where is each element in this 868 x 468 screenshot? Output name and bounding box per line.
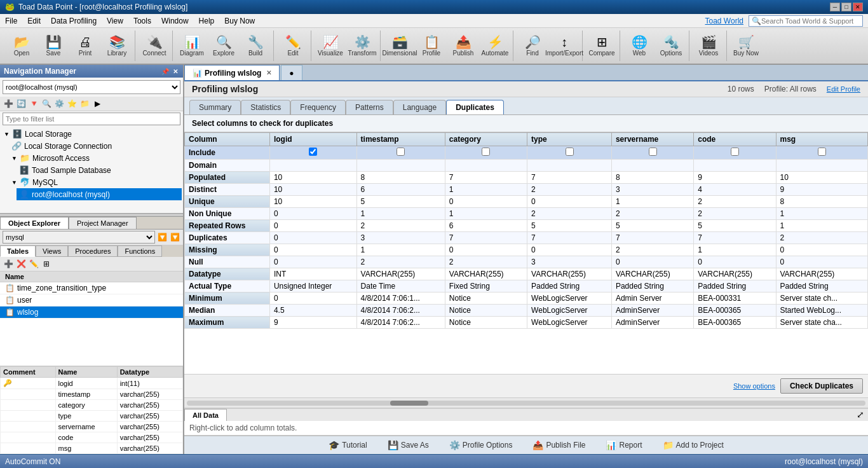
dimensional-button[interactable]: 🗃️ Dimensional [384,31,415,61]
include-category-checkbox[interactable] [482,148,490,156]
obj-grid-button[interactable]: ⊞ [41,258,52,270]
menu-tools[interactable]: Tools [128,15,156,27]
tab-second[interactable]: ● [281,65,302,80]
toad-world-link[interactable]: Toad World [705,17,743,25]
save-as-button[interactable]: 💾 Save As [384,439,433,451]
menu-file[interactable]: File [0,15,22,27]
edit-profile-link[interactable]: Edit Profile [827,85,860,93]
nav-refresh-button[interactable]: 🔄 [15,98,27,109]
all-data-tab[interactable]: All Data [184,409,227,421]
nav-folder-button[interactable]: 📁 [79,98,90,109]
tab-tables[interactable]: Tables [0,245,36,257]
tab-project-manager[interactable]: Project Manager [69,217,137,229]
menu-buy-now[interactable]: Buy Now [219,15,260,27]
library-button[interactable]: 📚 Library [102,31,132,61]
nav-add-button[interactable]: ➕ [3,98,14,109]
open-button[interactable]: 📂 Open [6,31,37,61]
obj-edit-button[interactable]: ✏️ [28,258,39,270]
tab-language[interactable]: Language [393,100,446,114]
menu-view[interactable]: View [102,15,128,27]
tab-frequency[interactable]: Frequency [290,100,346,114]
expand-icon[interactable]: ⤢ [857,410,864,420]
db-filter-button[interactable]: 🔽 [156,231,168,243]
data-grid-container[interactable]: Column logid timestamp category type ser… [184,132,868,374]
database-select[interactable]: mysql [3,231,155,244]
include-timestamp-checkbox[interactable] [397,148,405,156]
web-button[interactable]: 🌐 Web [624,31,654,61]
automate-button[interactable]: ⚡ Automate [480,31,510,61]
visualize-button[interactable]: 📈 Visualize [315,31,346,61]
profile-options-button[interactable]: ⚙️ Profile Options [445,439,517,451]
menu-window[interactable]: Window [156,15,194,27]
db-filter2-button[interactable]: 🔽 [169,231,180,243]
publish-button[interactable]: 📤 Publish [448,31,478,61]
search-input[interactable] [761,17,860,25]
scroll-bar[interactable] [187,401,865,406]
include-type-checkbox[interactable] [566,148,574,156]
tab-profiling-close[interactable]: ✕ [266,69,271,76]
close-button[interactable]: ✕ [853,3,863,11]
tab-profiling-wlslog[interactable]: 📊 Profiling wlslog ✕ [184,65,280,80]
nav-star-button[interactable]: ⭐ [66,98,78,109]
tree-local-storage-connection[interactable]: 🔗 Local Storage Connection [9,140,182,152]
explore-button[interactable]: 🔍 Explore [208,31,239,61]
options-button[interactable]: 🔩 Options [656,31,686,61]
obj-time-zone[interactable]: 📋 time_zone_transition_type [0,282,183,294]
menu-edit[interactable]: Edit [22,15,46,27]
find-button[interactable]: 🔎 Find [517,31,548,61]
nav-pin-button[interactable]: 📌 [160,68,170,75]
scroll-thumb[interactable] [390,401,428,406]
obj-wlslog[interactable]: 📋 wlslog [0,306,183,319]
tab-functions[interactable]: Functions [118,245,162,257]
check-duplicates-button[interactable]: Check Duplicates [780,378,863,394]
tree-toad-sample-db[interactable]: 🗄️ Toad Sample Database [17,164,182,176]
import-export-button[interactable]: ↕️ Import/Export [549,31,580,61]
print-button[interactable]: 🖨 Print [70,31,100,61]
publish-file-button[interactable]: 📤 Publish File [529,439,589,451]
report-button[interactable]: 📊 Report [602,439,646,451]
obj-user[interactable]: 📋 user [0,294,183,306]
bottom-scrollbar[interactable] [184,397,868,408]
menu-help[interactable]: Help [194,15,220,27]
include-logid-checkbox[interactable] [309,148,317,156]
connect-button[interactable]: 🔌 Connect [139,31,170,61]
maximize-button[interactable]: □ [841,3,851,11]
include-code-checkbox[interactable] [731,148,739,156]
nav-close-button[interactable]: ✕ [172,68,179,75]
edit-toolbar-button[interactable]: ✏️ Edit [278,31,308,61]
tutorial-button[interactable]: 🎓 Tutorial [325,439,371,451]
tab-views[interactable]: Views [36,245,68,257]
include-msg-checkbox[interactable] [818,148,826,156]
tab-statistics[interactable]: Statistics [241,100,290,114]
obj-del-button[interactable]: ❌ [15,258,27,270]
obj-add-button[interactable]: ➕ [3,258,14,270]
diagram-button[interactable]: 📊 Diagram [177,31,207,61]
tree-local-storage[interactable]: ▼ 🗄️ Local Storage [1,128,182,140]
tree-microsoft-access[interactable]: ▼ 📁 Microsoft Access [9,152,182,164]
filter-input[interactable] [3,113,180,125]
minimize-button[interactable]: ─ [830,3,840,11]
include-servername-checkbox[interactable] [649,148,657,156]
tree-mysql[interactable]: ▼ 🐬 MySQL [9,176,182,188]
tab-procedures[interactable]: Procedures [68,245,118,257]
save-button[interactable]: 💾 Save [38,31,69,61]
nav-collapse-button[interactable]: 🔻 [28,98,39,109]
compare-button[interactable]: ⊞ Compare [587,31,617,61]
videos-button[interactable]: 🎬 Videos [693,31,724,61]
tab-patterns[interactable]: Patterns [346,100,393,114]
profile-button[interactable]: 📋 Profile [416,31,447,61]
menu-data-profiling[interactable]: Data Profiling [46,15,102,27]
show-options-link[interactable]: Show options [733,382,775,390]
nav-more-button[interactable]: ▶ [92,98,103,109]
build-button[interactable]: 🔧 Build [240,31,271,61]
tab-summary[interactable]: Summary [189,100,241,114]
tab-duplicates[interactable]: Duplicates [446,100,504,114]
tree-root-localhost[interactable]: 👤 root@localhost (mysql) [17,188,182,200]
nav-search-button[interactable]: 🔍 [41,98,52,109]
tab-object-explorer[interactable]: Object Explorer [0,217,69,229]
transform-button[interactable]: ⚙️ Transform [347,31,377,61]
add-to-project-button[interactable]: 📁 Add to Project [659,439,728,451]
nav-settings-button[interactable]: ⚙️ [53,98,65,109]
connection-select[interactable]: root@localhost (mysql) [3,80,180,94]
buy-now-button[interactable]: 🛒 Buy Now [731,31,761,61]
